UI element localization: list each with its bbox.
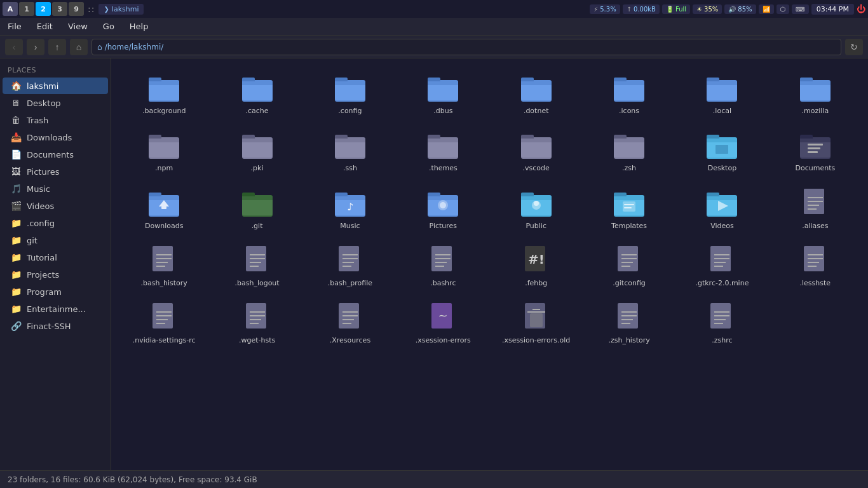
file-item-bash-history[interactable]: .bash_history <box>119 238 209 293</box>
sidebar-item-lakshmi[interactable]: 🏠 lakshmi <box>3 78 108 94</box>
sidebar-item-documents[interactable]: 📄 Documents <box>3 146 108 163</box>
svg-rect-16 <box>428 81 458 85</box>
volume-stat: 🔊 85% <box>724 4 756 14</box>
file-item-Xresources[interactable]: .Xresources <box>305 295 395 350</box>
tutorial-icon: 📁 <box>10 252 22 262</box>
file-item-zshrc[interactable]: .zshrc <box>677 295 767 350</box>
file-item-bash-logout[interactable]: .bash_logout <box>212 238 302 293</box>
edit-menu[interactable]: Edit <box>34 20 55 32</box>
sidebar-item-config[interactable]: 📁 .config <box>3 215 108 231</box>
file-item-dbus[interactable]: .dbus <box>398 66 488 121</box>
sidebar-item-program[interactable]: 📁 Program <box>3 283 108 300</box>
svg-text:#!: #! <box>528 252 545 267</box>
file-item-fehbg[interactable]: #! .fehbg <box>491 238 581 293</box>
file-item-zsh[interactable]: .zsh <box>584 123 674 178</box>
file-item-lesshste[interactable]: .lesshste <box>770 238 860 293</box>
file-label: .aliases <box>802 222 828 231</box>
file-item-mozilla[interactable]: .mozilla <box>770 66 860 121</box>
file-item-cache[interactable]: .cache <box>212 66 302 121</box>
svg-rect-48 <box>428 139 458 142</box>
file-item-Documents-dir[interactable]: Documents <box>770 123 860 178</box>
file-menu[interactable]: File <box>5 20 24 32</box>
clock: 03:44 PM <box>811 4 854 15</box>
file-item-local[interactable]: .local <box>677 66 767 121</box>
file-hash-icon: #! <box>520 243 553 276</box>
sidebar-label-finact-ssh: Finact-SSH <box>27 322 71 331</box>
file-item-git-dir[interactable]: .git <box>212 181 302 236</box>
folder-icon <box>520 71 553 104</box>
sidebar-item-music[interactable]: 🎵 Music <box>3 180 108 197</box>
file-item-bash-profile[interactable]: .bash_profile <box>305 238 395 293</box>
svg-rect-68 <box>808 151 818 153</box>
file-item-Videos-dir[interactable]: Videos <box>677 181 767 236</box>
folder-icon <box>426 128 459 161</box>
arch-button[interactable]: A <box>3 2 18 16</box>
file-item-aliases[interactable]: .aliases <box>770 181 860 236</box>
file-item-wget-hsts[interactable]: .wget-hsts <box>212 295 302 350</box>
trash-icon: 🗑 <box>10 115 22 125</box>
view-menu[interactable]: View <box>65 20 90 32</box>
file-item-background[interactable]: .background <box>119 66 209 121</box>
sidebar-item-projects[interactable]: 📁 Projects <box>3 266 108 283</box>
file-item-xsession-errors[interactable]: ~ .xsession-errors <box>398 295 488 350</box>
svg-rect-12 <box>335 81 365 85</box>
file-item-Public-dir[interactable]: Public <box>491 181 581 236</box>
file-item-xsession-errors-old[interactable]: .xsession-errors.old <box>491 295 581 350</box>
go-menu[interactable]: Go <box>100 20 117 32</box>
sidebar-item-trash[interactable]: 🗑 Trash <box>3 112 108 128</box>
file-item-config-dir[interactable]: .config <box>305 66 395 121</box>
workspace-2-button[interactable]: 2 <box>36 2 51 16</box>
path-text: /home/lakshmi/ <box>105 43 164 51</box>
file-label: Desktop <box>708 164 736 173</box>
workspace-3-button[interactable]: 3 <box>52 2 67 16</box>
sidebar-item-downloads[interactable]: 📥 Downloads <box>3 129 108 146</box>
file-item-gitconfig[interactable]: .gitconfig <box>584 238 674 293</box>
sidebar-item-tutorial[interactable]: 📁 Tutorial <box>3 249 108 266</box>
power-button[interactable]: ⏻ <box>857 4 865 14</box>
file-item-themes[interactable]: .themes <box>398 123 488 178</box>
svg-rect-40 <box>242 139 273 142</box>
folder-icon <box>613 128 646 161</box>
svg-rect-4 <box>149 81 179 85</box>
help-menu[interactable]: Help <box>127 20 151 32</box>
file-item-gtkrc[interactable]: .gtkrc-2.0.mine <box>677 238 767 293</box>
sidebar-item-entertainment[interactable]: 📁 Entertainme... <box>3 301 108 317</box>
file-item-Desktop-dir[interactable]: Desktop <box>677 123 767 178</box>
folder-icon <box>799 71 832 104</box>
file-item-bashrc[interactable]: .bashrc <box>398 238 488 293</box>
folder-icon <box>241 128 274 161</box>
file-item-Music-dir[interactable]: ♪ Music <box>305 181 395 236</box>
file-item-icons[interactable]: .icons <box>584 66 674 121</box>
sidebar-item-git[interactable]: 📁 git <box>3 232 108 248</box>
home-button[interactable]: ⌂ <box>70 39 88 55</box>
path-bar[interactable]: ⌂ /home/lakshmi/ <box>92 39 841 55</box>
sidebar-item-finact-ssh[interactable]: 🔗 Finact-SSH <box>3 318 108 334</box>
workspace-9-button[interactable]: 9 <box>69 2 84 16</box>
forward-button[interactable]: › <box>27 39 44 55</box>
file-item-pki[interactable]: .pki <box>212 123 302 178</box>
file-label: .nvidia-settings-rc <box>133 336 196 345</box>
sidebar-item-videos[interactable]: 🎬 Videos <box>3 198 108 214</box>
folder-git-icon <box>241 186 274 219</box>
file-item-dotnet[interactable]: .dotnet <box>491 66 581 121</box>
file-item-Downloads-dir[interactable]: Downloads <box>119 181 209 236</box>
file-item-vscode[interactable]: .vscode <box>491 123 581 178</box>
file-label: .background <box>142 107 186 116</box>
file-label: Templates <box>611 222 647 231</box>
file-item-Pictures-dir[interactable]: Pictures <box>398 181 488 236</box>
workspace-1-button[interactable]: 1 <box>19 2 34 16</box>
refresh-button[interactable]: ↻ <box>845 39 863 55</box>
svg-rect-74 <box>161 207 166 209</box>
sidebar-item-pictures[interactable]: 🖼 Pictures <box>3 163 108 180</box>
file-item-zsh-history[interactable]: .zsh_history <box>584 295 674 350</box>
sidebar-item-desktop[interactable]: 🖥 Desktop <box>3 95 108 111</box>
up-button[interactable]: ↑ <box>48 39 66 55</box>
file-item-npm[interactable]: .npm <box>119 123 209 178</box>
file-label: .zshrc <box>712 336 732 345</box>
back-button[interactable]: ‹ <box>5 39 23 55</box>
statusbar-text: 23 folders, 16 files: 60.6 KiB (62,024 b… <box>8 475 257 484</box>
file-item-Templates-dir[interactable]: Templates <box>584 181 674 236</box>
file-item-ssh[interactable]: .ssh <box>305 123 395 178</box>
folder-icon <box>520 128 553 161</box>
file-item-nvidia[interactable]: .nvidia-settings-rc <box>119 295 209 350</box>
